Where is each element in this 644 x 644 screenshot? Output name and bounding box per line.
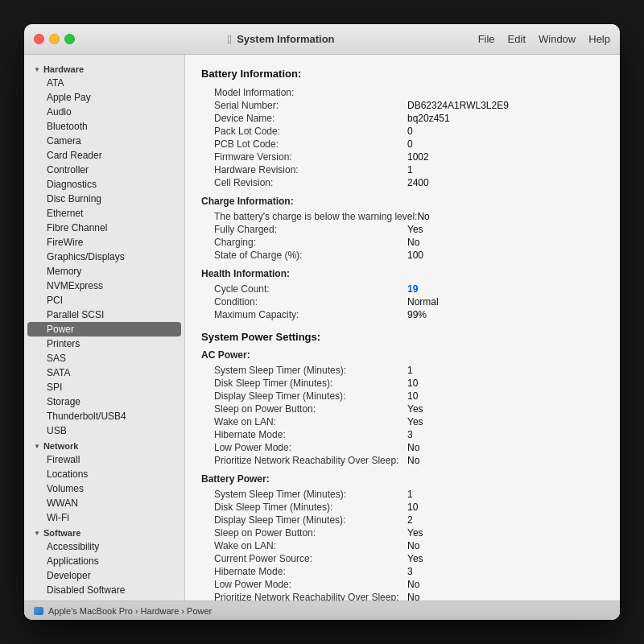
sidebar-item-memory[interactable]: Memory	[24, 264, 184, 279]
ac-display-sleep-value: 10	[407, 390, 418, 402]
sidebar-item-power[interactable]: Power	[27, 322, 181, 336]
cycle-count-value: 19	[407, 283, 418, 295]
bat-prioritize-value: No	[407, 592, 419, 601]
sidebar-item-sata[interactable]: SATA	[24, 365, 184, 380]
fully-charged-row: Fully Charged: Yes	[201, 223, 604, 236]
condition-row: Condition: Normal	[201, 295, 604, 308]
device-name-value: bq20z451	[407, 113, 450, 124]
sidebar-item-ata[interactable]: ATA	[24, 76, 184, 90]
hardware-rev-label: Hardware Revision:	[214, 164, 407, 175]
sidebar-item-storage[interactable]: Storage	[24, 394, 184, 409]
menu-edit[interactable]: Edit	[508, 33, 526, 45]
sidebar-item-developer[interactable]: Developer	[24, 568, 184, 583]
hardware-label: Hardware	[43, 64, 84, 74]
ac-disk-sleep-label: Disk Sleep Timer (Minutes):	[214, 378, 407, 389]
triangle-hardware: ▼	[34, 66, 40, 73]
ac-hibernate-label: Hibernate Mode:	[214, 429, 407, 440]
sidebar-item-parallelscsi[interactable]: Parallel SCSI	[24, 308, 184, 322]
sidebar-item-wwan[interactable]: WWAN	[24, 496, 184, 510]
sidebar-item-printers[interactable]: Printers	[24, 336, 184, 351]
sidebar-item-diagnostics[interactable]: Diagnostics	[24, 177, 184, 192]
menu-bar: File Edit Window Help	[478, 33, 610, 45]
sidebar-item-fibrechannel[interactable]: Fibre Channel	[24, 221, 184, 235]
sidebar-item-volumes[interactable]: Volumes	[24, 481, 184, 496]
bat-wake-lan-row: Wake on LAN: No	[201, 539, 604, 552]
sidebar-item-thunderbolt[interactable]: Thunderbolt/USB4	[24, 409, 184, 423]
menu-help[interactable]: Help	[588, 33, 610, 45]
below-warning-value: No	[417, 211, 429, 222]
sidebar-item-disabledsoftware[interactable]: Disabled Software	[24, 583, 184, 597]
sidebar-item-bluetooth[interactable]: Bluetooth	[24, 119, 184, 134]
sidebar-item-ethernet[interactable]: Ethernet	[24, 206, 184, 221]
ac-system-sleep-value: 1	[407, 365, 413, 376]
serial-number-label: Serial Number:	[214, 100, 407, 111]
health-info-subtitle: Health Information:	[201, 268, 604, 279]
ac-wake-lan-label: Wake on LAN:	[214, 416, 407, 427]
sidebar-item-wifi[interactable]: Wi-Fi	[24, 510, 184, 525]
ac-sleep-power-value: Yes	[407, 403, 423, 415]
condition-value: Normal	[407, 296, 439, 308]
bat-prioritize-row: Prioritize Network Reachability Over Sle…	[201, 591, 604, 601]
ac-wake-lan-value: Yes	[407, 416, 423, 427]
menu-window[interactable]: Window	[539, 33, 576, 45]
menu-file[interactable]: File	[478, 33, 495, 45]
cycle-count-row: Cycle Count: 19	[201, 283, 604, 295]
ac-power-subtitle: AC Power:	[201, 349, 604, 361]
sidebar-item-locations[interactable]: Locations	[24, 467, 184, 481]
device-name-label: Device Name:	[214, 113, 407, 124]
sidebar-item-controller[interactable]: Controller	[24, 163, 184, 177]
bat-current-power-label: Current Power Source:	[214, 553, 407, 564]
close-button[interactable]	[34, 34, 44, 44]
main-window:  System Information File Edit Window He…	[24, 24, 620, 620]
bat-display-sleep-label: Display Sleep Timer (Minutes):	[214, 514, 407, 526]
ac-low-power-value: No	[407, 442, 419, 453]
firmware-row: Firmware Version: 1002	[201, 151, 604, 163]
serial-number-value: DB62324A1RWL3L2E9	[407, 100, 509, 111]
sidebar-item-spi[interactable]: SPI	[24, 380, 184, 394]
sidebar-item-audio[interactable]: Audio	[24, 105, 184, 119]
fullscreen-button[interactable]	[64, 34, 75, 44]
pcb-lot-label: PCB Lot Code:	[214, 138, 407, 150]
ac-system-sleep-row: System Sleep Timer (Minutes): 1	[201, 364, 604, 377]
bat-system-sleep-row: System Sleep Timer (Minutes): 1	[201, 488, 604, 501]
charging-row: Charging: No	[201, 236, 604, 249]
sidebar-item-cardreader[interactable]: Card Reader	[24, 148, 184, 163]
hardware-rev-value: 1	[407, 164, 413, 175]
system-power-title: System Power Settings:	[201, 331, 604, 343]
ac-prioritize-row: Prioritize Network Reachability Over Sle…	[201, 454, 604, 467]
cell-revision-row: Cell Revision: 2400	[201, 176, 604, 189]
sidebar-item-graphicsdisplays[interactable]: Graphics/Displays	[24, 250, 184, 264]
state-charge-row: State of Charge (%): 100	[201, 249, 604, 262]
window-title: System Information	[237, 33, 334, 45]
breadcrumb-text: Apple's MacBook Pro › Hardware › Power	[48, 606, 212, 616]
sidebar-item-applepay[interactable]: Apple Pay	[24, 90, 184, 105]
bat-current-power-row: Current Power Source: Yes	[201, 552, 604, 565]
max-capacity-label: Maximum Capacity:	[214, 309, 407, 320]
ac-wake-lan-row: Wake on LAN: Yes	[201, 415, 604, 428]
sidebar-item-applications[interactable]: Applications	[24, 554, 184, 568]
sidebar-item-sas[interactable]: SAS	[24, 351, 184, 365]
sidebar-item-usb[interactable]: USB	[24, 423, 184, 438]
sidebar-item-discburning[interactable]: Disc Burning	[24, 192, 184, 206]
sidebar-item-pci[interactable]: PCI	[24, 293, 184, 308]
sidebar-item-firewire[interactable]: FireWire	[24, 235, 184, 250]
status-bar: Apple's MacBook Pro › Hardware › Power	[24, 601, 620, 620]
max-capacity-row: Maximum Capacity: 99%	[201, 308, 604, 321]
sidebar-item-accessibility[interactable]: Accessibility	[24, 539, 184, 554]
bat-prioritize-label: Prioritize Network Reachability Over Sle…	[214, 592, 407, 601]
ac-low-power-row: Low Power Mode: No	[201, 441, 604, 454]
charge-info-subtitle: Charge Information:	[201, 196, 604, 207]
sidebar-section-hardware[interactable]: ▼ Hardware	[24, 61, 184, 76]
bat-low-power-row: Low Power Mode: No	[201, 578, 604, 591]
ac-display-sleep-label: Display Sleep Timer (Minutes):	[214, 390, 407, 402]
sidebar-item-firewall[interactable]: Firewall	[24, 452, 184, 467]
sidebar[interactable]: ▼ Hardware ATA Apple Pay Audio Bluetooth…	[24, 55, 185, 601]
sidebar-item-nvmexpress[interactable]: NVMExpress	[24, 279, 184, 293]
sidebar-item-camera[interactable]: Camera	[24, 134, 184, 148]
sidebar-section-software[interactable]: ▼ Software	[24, 525, 184, 539]
ac-disk-sleep-row: Disk Sleep Timer (Minutes): 10	[201, 377, 604, 390]
bat-wake-lan-value: No	[407, 540, 419, 551]
serial-number-row: Serial Number: DB62324A1RWL3L2E9	[201, 99, 604, 112]
sidebar-section-network[interactable]: ▼ Network	[24, 438, 184, 452]
minimize-button[interactable]	[49, 34, 60, 44]
